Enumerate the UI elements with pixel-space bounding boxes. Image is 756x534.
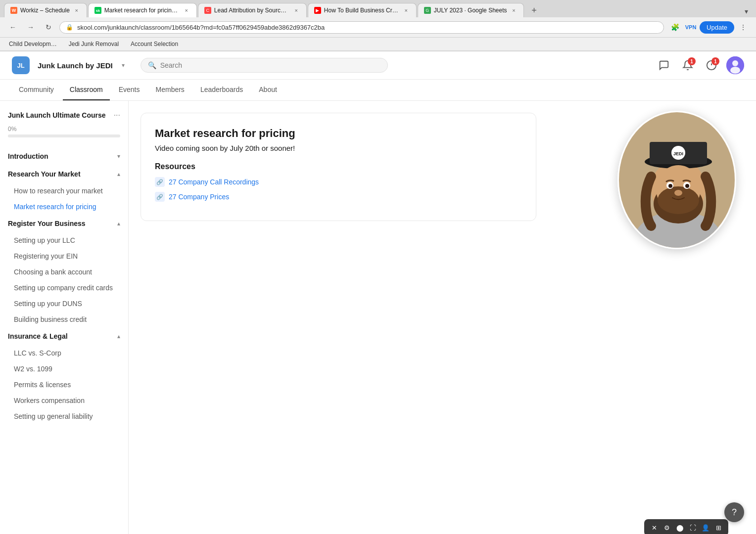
search-input[interactable] [160,61,380,69]
section-research[interactable]: Research Your Market ▴ [0,165,128,183]
user-avatar[interactable] [726,56,744,74]
tab-skool[interactable]: sk Market research for pricing – J… × [88,3,197,17]
tab-callrail[interactable]: C Lead Attribution by Source | CallRail … [198,3,307,17]
resource-link-prices[interactable]: 🔗 27 Company Prices [155,192,522,202]
vc-settings-button[interactable]: ⚙ [661,522,673,534]
lesson-permits[interactable]: Permits & licenses [0,377,128,393]
vc-fullscreen-button[interactable]: ⛶ [687,522,699,534]
tab-youtube-title: How To Build Business Credit Fast [324,7,399,14]
tab-sheets-close[interactable]: × [510,6,518,14]
vc-layout-button[interactable]: ⊞ [712,522,724,534]
vc-close-button[interactable]: ✕ [648,522,660,534]
lesson-credit-cards[interactable]: Setting up company credit cards [0,280,128,296]
lesson-market-research-pricing[interactable]: Market research for pricing [0,199,128,215]
tab-skool-close[interactable]: × [183,6,190,14]
lock-icon: 🔒 [66,24,73,31]
workiz-favicon: W [10,7,17,14]
browser-chrome: W Workiz – Schedule × sk Market research… [0,0,756,51]
notifications-badge: 1 [688,57,696,65]
progress-bar-container: 0% [0,126,128,147]
tab-workiz-close[interactable]: × [73,6,81,14]
forward-button[interactable]: → [24,20,38,34]
notifications-icon[interactable]: 1 [679,56,697,74]
section-register[interactable]: Register Your Business ▴ [0,215,128,232]
nav-about[interactable]: About [252,80,284,100]
lesson-business-credit[interactable]: Building business credit [0,312,128,327]
resource-link-recordings[interactable]: 🔗 27 Company Call Recordings [155,177,522,187]
alerts-icon[interactable]: 1 [703,56,720,74]
refresh-button[interactable]: ↻ [42,20,55,34]
section-insurance-title: Insurance & Legal [8,332,68,340]
bookmark-account[interactable]: Account Selection [128,40,181,48]
bookmark-jedi[interactable]: Jedi Junk Removal [66,40,122,48]
progress-label: 0% [8,126,120,133]
nav-community[interactable]: Community [12,80,61,100]
content-title: Market research for pricing [155,127,522,140]
person-svg: JEDI [619,112,736,249]
lesson-llc-vs-scorp[interactable]: LLC vs. S-Corp [0,345,128,361]
course-menu-icon[interactable]: ··· [114,111,120,120]
lesson-bank-account[interactable]: Choosing a bank account [0,264,128,280]
link-icon-prices: 🔗 [155,192,165,202]
vc-record-button[interactable]: ⬤ [674,522,686,534]
section-research-chevron: ▴ [117,171,120,178]
tab-workiz[interactable]: W Workiz – Schedule × [4,3,87,17]
section-introduction-chevron: ▾ [117,153,120,160]
nav-leaderboards[interactable]: Leaderboards [193,80,250,100]
lesson-workers-comp[interactable]: Workers compensation [0,393,128,408]
update-button[interactable]: Update [700,21,734,34]
tab-sheets[interactable]: G JULY 2023 · Google Sheets × [418,3,524,17]
lesson-w2-vs-1099[interactable]: W2 vs. 1099 [0,361,128,377]
skool-favicon: sk [94,7,101,14]
extensions-icon[interactable]: 🧩 [668,20,682,34]
lesson-duns[interactable]: Setting up your DUNS [0,296,128,312]
section-register-chevron: ▴ [117,220,120,227]
lesson-setting-up-llc[interactable]: Setting up your LLC [0,232,128,248]
header-search[interactable]: 🔍 [141,58,388,73]
svg-point-4 [732,60,738,66]
vc-person-button[interactable]: 👤 [700,522,711,534]
app-title: Junk Launch by JEDI [38,61,113,70]
bookmarks-bar: Child Developm… Jedi Junk Removal Accoun… [0,38,756,51]
vpn-icon[interactable]: VPN [684,20,698,34]
section-insurance-chevron: ▴ [117,333,120,340]
bookmark-child-dev[interactable]: Child Developm… [6,40,60,48]
nav-events[interactable]: Events [112,80,147,100]
lesson-registering-ein[interactable]: Registering your EIN [0,248,128,264]
tab-callrail-title: Lead Attribution by Source | CallRail [214,7,289,14]
section-research-title: Research Your Market [8,170,81,178]
help-button[interactable]: ? [724,502,744,522]
browser-toolbar-icons: 🧩 VPN Update ⋮ [668,20,750,34]
nav-classroom[interactable]: Classroom [63,80,110,100]
app-title-chevron[interactable]: ▾ [122,62,125,69]
link-icon-recordings: 🔗 [155,177,165,187]
resource-recordings-label: 27 Company Call Recordings [169,178,259,186]
nav-members[interactable]: Members [149,80,191,100]
address-bar[interactable]: 🔒 skool.com/junklaunch/classroom/1b65664… [59,21,664,34]
browser-tabs: W Workiz – Schedule × sk Market research… [0,0,756,17]
tab-callrail-close[interactable]: × [292,6,300,14]
bookmark-child-dev-label: Child Developm… [9,41,57,47]
header-icons: 1 1 [655,56,744,74]
tabs-overflow-chevron[interactable]: ▾ [740,5,752,17]
sidebar: Junk Launch Ultimate Course ··· 0% Intro… [0,101,129,534]
course-header: Junk Launch Ultimate Course ··· [0,111,128,126]
sheets-favicon: G [424,7,431,14]
bookmark-jedi-label: Jedi Junk Removal [69,41,119,47]
tab-youtube[interactable]: ▶ How To Build Business Credit Fast × [308,3,417,17]
app-body: Junk Launch Ultimate Course ··· 0% Intro… [0,101,756,534]
tab-youtube-close[interactable]: × [402,6,410,14]
back-button[interactable]: ← [6,20,20,34]
svg-text:JEDI: JEDI [673,151,683,156]
lesson-how-to-research[interactable]: How to research your market [0,183,128,199]
lesson-general-liability[interactable]: Setting up general liability [0,408,128,424]
resource-prices-label: 27 Company Prices [169,193,229,201]
app-nav: Community Classroom Events Members Leade… [0,80,756,101]
menu-icon[interactable]: ⋮ [736,20,750,34]
app-logo-text: JL [17,62,24,69]
content-card: Market research for pricing Video coming… [141,113,536,221]
section-insurance[interactable]: Insurance & Legal ▴ [0,327,128,345]
section-introduction[interactable]: Introduction ▾ [0,147,128,165]
chat-icon[interactable] [655,56,673,74]
new-tab-button[interactable]: + [527,3,541,17]
